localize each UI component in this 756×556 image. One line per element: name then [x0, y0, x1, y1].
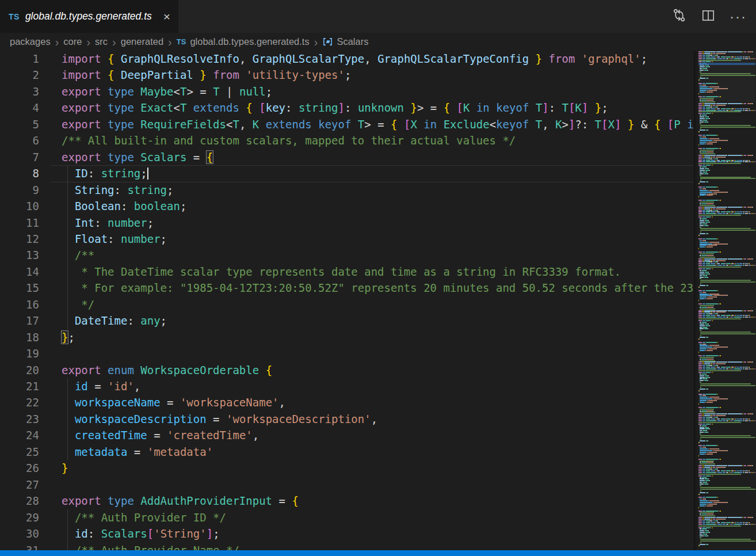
- line-content: ID: string;: [62, 165, 148, 181]
- breadcrumb-item-generated[interactable]: generated: [121, 36, 163, 47]
- split-editor-button[interactable]: [701, 8, 716, 25]
- tab-title: global.db.types.generated.ts: [25, 10, 152, 22]
- code-line[interactable]: 18};: [0, 329, 694, 345]
- line-number[interactable]: 13: [0, 247, 39, 263]
- line-number[interactable]: 26: [0, 460, 39, 476]
- code-line[interactable]: 11 Int: number;: [0, 215, 694, 231]
- code-line[interactable]: 20export enum WorkspaceOrderable {: [0, 362, 694, 378]
- line-number[interactable]: 3: [0, 83, 39, 100]
- line-number[interactable]: 22: [0, 394, 39, 410]
- breadcrumb-item-core[interactable]: core: [63, 36, 82, 47]
- code-line[interactable]: 14 * The DateTime scalar type represents…: [0, 264, 694, 280]
- split-editor-icon: [701, 8, 716, 25]
- typescript-file-icon: TS: [177, 37, 186, 46]
- chevron-right-icon: ›: [55, 37, 59, 47]
- more-actions-button[interactable]: ···: [730, 14, 747, 20]
- line-number[interactable]: 16: [0, 296, 39, 313]
- line-content: /**: [62, 247, 94, 263]
- line-number[interactable]: 4: [0, 100, 39, 116]
- code-line[interactable]: 9 String: string;: [0, 182, 694, 198]
- code-line[interactable]: 24 createdTime = 'createdTime',: [0, 427, 694, 443]
- line-number[interactable]: 10: [0, 198, 39, 214]
- line-number[interactable]: 7: [0, 149, 39, 165]
- code-line[interactable]: 29 /** Auth Provider ID */: [0, 509, 694, 525]
- code-line[interactable]: 27: [0, 477, 694, 493]
- line-number[interactable]: 25: [0, 444, 39, 460]
- line-number[interactable]: 5: [0, 116, 39, 132]
- code-line[interactable]: 16 */: [0, 296, 694, 313]
- breadcrumb-item-packages[interactable]: packages: [10, 36, 51, 47]
- line-number[interactable]: 9: [0, 182, 39, 198]
- code-line[interactable]: 8 ID: string;: [0, 165, 694, 181]
- line-number[interactable]: 28: [0, 493, 39, 509]
- code-line[interactable]: 15 * For example: "1985-04-12T23:20:50.5…: [0, 280, 694, 296]
- current-line-highlight: [51, 165, 694, 166]
- line-content: /** All built-in and custom scalars, map…: [62, 132, 516, 148]
- code-line[interactable]: 25 metadata = 'metadata': [0, 444, 694, 460]
- code-line[interactable]: 2import { DeepPartial } from 'utility-ty…: [0, 67, 694, 83]
- line-number[interactable]: 15: [0, 280, 39, 296]
- chevron-right-icon: ›: [168, 37, 172, 47]
- line-number[interactable]: 17: [0, 313, 39, 329]
- line-content: metadata = 'metadata': [62, 444, 213, 460]
- code-line[interactable]: 4export type Exact<T extends { [key: str…: [0, 100, 694, 116]
- line-number[interactable]: 14: [0, 264, 39, 280]
- code-line[interactable]: 17 DateTime: any;: [0, 313, 694, 329]
- tab-close-icon[interactable]: ×: [163, 10, 170, 22]
- line-number[interactable]: 29: [0, 509, 39, 525]
- line-number[interactable]: 27: [0, 477, 39, 493]
- line-number[interactable]: 24: [0, 427, 39, 443]
- code-line[interactable]: 6/** All built-in and custom scalars, ma…: [0, 132, 694, 148]
- line-content: DateTime: any;: [62, 313, 167, 329]
- line-content: Int: number;: [62, 215, 154, 231]
- minimap-slider[interactable]: [698, 51, 755, 102]
- code-line[interactable]: 13 /**: [0, 247, 694, 263]
- code-line[interactable]: 3export type Maybe<T> = T | null;: [0, 83, 694, 100]
- chevron-right-icon: ›: [112, 37, 116, 47]
- breadcrumb-item-symbol[interactable]: Scalars: [322, 36, 368, 47]
- line-content: Boolean: boolean;: [62, 198, 186, 214]
- code-line[interactable]: 21 id = 'id',: [0, 378, 694, 394]
- line-number[interactable]: 21: [0, 378, 39, 394]
- code-line[interactable]: 7export type Scalars = {: [0, 149, 694, 165]
- line-number[interactable]: 20: [0, 362, 39, 378]
- code-area[interactable]: 1import { GraphQLResolveInfo, GraphQLSca…: [0, 51, 694, 550]
- breadcrumb-item-file[interactable]: TS global.db.types.generated.ts: [177, 36, 310, 47]
- line-content: export type RequireFields<T, K extends k…: [62, 116, 694, 132]
- line-number[interactable]: 6: [0, 132, 39, 148]
- line-content: id = 'id',: [62, 378, 140, 394]
- line-content: workspaceDescription = 'workspaceDescrip…: [62, 411, 377, 427]
- tab-global-db-types[interactable]: TS global.db.types.generated.ts ×: [0, 0, 178, 33]
- code-line[interactable]: 1import { GraphQLResolveInfo, GraphQLSca…: [0, 51, 694, 67]
- minimap[interactable]: [694, 51, 756, 550]
- line-number[interactable]: 23: [0, 411, 39, 427]
- minimap-content: [698, 51, 755, 550]
- line-number[interactable]: 31: [0, 542, 39, 551]
- line-number[interactable]: 11: [0, 215, 39, 231]
- open-changes-button[interactable]: [671, 7, 687, 25]
- line-number[interactable]: 18: [0, 329, 39, 345]
- code-line[interactable]: 5export type RequireFields<T, K extends …: [0, 116, 694, 132]
- code-line[interactable]: 10 Boolean: boolean;: [0, 198, 694, 214]
- code-line[interactable]: 28export type AddAuthProviderInput = {: [0, 493, 694, 509]
- line-content: };: [62, 329, 75, 345]
- code-line[interactable]: 30 id: Scalars['String'];: [0, 525, 694, 542]
- code-line[interactable]: 26}: [0, 460, 694, 476]
- line-content: * For example: "1985-04-12T23:20:50.52Z"…: [62, 280, 693, 296]
- code-line[interactable]: 19: [0, 345, 694, 361]
- breadcrumb-item-src[interactable]: src: [95, 36, 108, 47]
- code-line[interactable]: 23 workspaceDescription = 'workspaceDesc…: [0, 411, 694, 427]
- typescript-file-icon: TS: [9, 12, 20, 21]
- line-number[interactable]: 2: [0, 67, 39, 83]
- line-number[interactable]: 1: [0, 51, 39, 67]
- code-line[interactable]: 22 workspaceName = 'workspaceName',: [0, 394, 694, 410]
- line-content: export type Maybe<T> = T | null;: [62, 83, 272, 100]
- line-number[interactable]: 8: [0, 165, 39, 181]
- code-line[interactable]: 31 /** Auth Provider Name */: [0, 542, 694, 551]
- line-number[interactable]: 19: [0, 345, 39, 361]
- code-line[interactable]: 12 Float: number;: [0, 231, 694, 247]
- status-bar: [0, 550, 756, 556]
- line-number[interactable]: 30: [0, 525, 39, 542]
- line-content: export type AddAuthProviderInput = {: [62, 493, 299, 509]
- line-number[interactable]: 12: [0, 231, 39, 247]
